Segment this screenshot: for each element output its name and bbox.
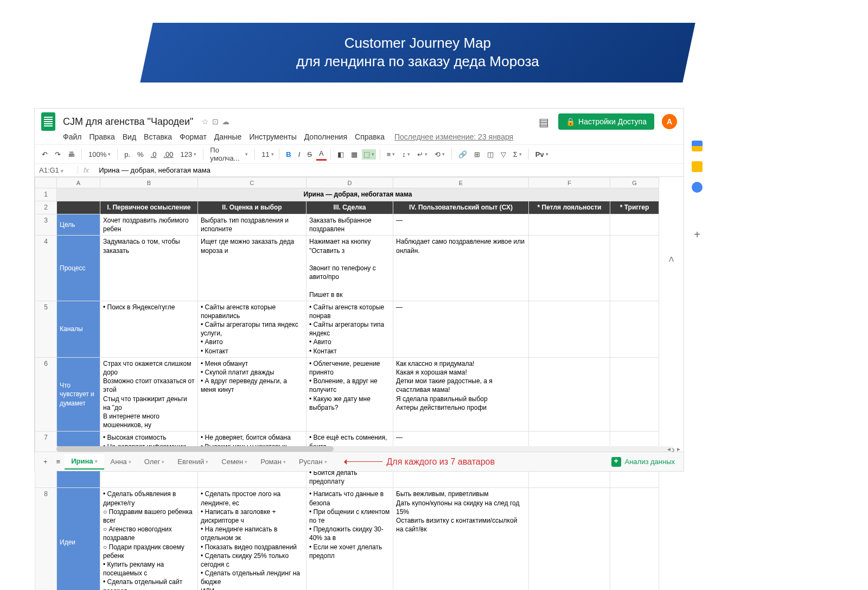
all-sheets-button[interactable]: ≡: [52, 455, 65, 468]
row-label[interactable]: Идеи: [57, 488, 100, 590]
sheet-tab-Евгений[interactable]: Евгений: [171, 454, 215, 470]
cell[interactable]: • Поиск в Яндексе/гугле: [100, 301, 198, 357]
cell[interactable]: Заказать выбранное поздравлен: [307, 214, 393, 236]
menu-format[interactable]: Формат: [180, 132, 207, 141]
zoom-select[interactable]: 100%: [86, 149, 113, 160]
cell[interactable]: • Написать что данные в безопа • При общ…: [307, 488, 393, 590]
cell[interactable]: [529, 301, 610, 357]
chart-icon[interactable]: ◫: [484, 149, 496, 160]
cell[interactable]: • Меня обманут • Скупой платит дважды • …: [198, 357, 307, 432]
collapse-toolbar-icon[interactable]: ᐱ: [669, 255, 674, 263]
valign-icon[interactable]: ↕: [399, 149, 413, 160]
undo-icon[interactable]: ↶: [39, 149, 50, 160]
cell[interactable]: Хочет поздравить любимого ребен: [100, 214, 198, 236]
last-edit-link[interactable]: Последнее изменение: 23 января: [394, 132, 513, 141]
sheet-tab-Олег[interactable]: Олег: [138, 454, 171, 470]
comments-icon[interactable]: ▤: [539, 116, 551, 128]
cell[interactable]: • Сайты агенств которые понравились • Са…: [198, 301, 307, 357]
strike-button[interactable]: S: [304, 149, 315, 160]
formula-input[interactable]: Ирина — добрая, небогатая мама: [94, 166, 684, 174]
merge-icon[interactable]: ⬚: [362, 149, 376, 160]
fill-color-icon[interactable]: ◧: [335, 149, 347, 160]
row-label[interactable]: Процесс: [57, 236, 100, 301]
sheet-tab-Роман[interactable]: Роман: [254, 454, 292, 470]
link-icon[interactable]: 🔗: [456, 149, 470, 160]
cell[interactable]: • Сайты агенств которые понрав • Сайты а…: [307, 301, 393, 357]
print-icon[interactable]: 🖶: [65, 149, 78, 160]
functions-icon[interactable]: Σ: [510, 149, 525, 160]
cell[interactable]: —: [393, 301, 529, 357]
wrap-icon[interactable]: ↵: [414, 149, 430, 160]
sheet-tab-Ирина[interactable]: Ирина: [65, 454, 104, 470]
decrease-decimal-button[interactable]: .0: [148, 149, 159, 160]
cell[interactable]: Нажимает на кнопку "Оставить з Звонит по…: [307, 236, 393, 301]
horizontal-scrollbar[interactable]: [56, 446, 673, 452]
persona-title[interactable]: Ирина — добрая, небогатая мама: [57, 188, 659, 201]
text-color-button[interactable]: A: [316, 148, 327, 161]
cell[interactable]: Выбрать тип поздравления и исполните: [198, 214, 307, 236]
sheet-tab-Анна[interactable]: Анна: [104, 454, 138, 470]
format-select[interactable]: 123: [178, 149, 200, 160]
menu-help[interactable]: Справка: [355, 132, 385, 141]
currency-button[interactable]: р.: [122, 149, 133, 160]
cloud-icon[interactable]: ☁: [222, 117, 229, 126]
cell[interactable]: [610, 214, 659, 236]
explore-button[interactable]: Pv: [533, 149, 551, 160]
menu-view[interactable]: Вид: [123, 132, 136, 141]
font-size-select[interactable]: 11: [259, 149, 275, 160]
share-button[interactable]: 🔒 Настройки Доступа: [558, 113, 654, 130]
menu-edit[interactable]: Правка: [89, 132, 114, 141]
calendar-icon[interactable]: [692, 141, 703, 151]
cell[interactable]: [610, 357, 659, 432]
column-headers[interactable]: ABCDEFG: [35, 177, 659, 188]
avatar[interactable]: A: [662, 114, 677, 129]
borders-icon[interactable]: ▦: [348, 149, 360, 160]
cell[interactable]: • Сделать простое лого на лендинге, ес •…: [198, 488, 307, 590]
cell[interactable]: Как классно я придумала! Какая я хорошая…: [393, 357, 529, 432]
star-icon[interactable]: ☆: [202, 117, 209, 126]
menu-addons[interactable]: Дополнения: [304, 132, 347, 141]
sheets-logo-icon[interactable]: [41, 112, 55, 131]
cell[interactable]: Быть вежливым, приветливым Дать купон/ку…: [393, 488, 529, 590]
bold-button[interactable]: B: [283, 149, 293, 160]
cell[interactable]: [610, 301, 659, 357]
row-label[interactable]: Что чувствует и думамет: [57, 357, 100, 432]
tabs-nav-right-icon[interactable]: ›: [672, 444, 684, 456]
menu-file[interactable]: Файл: [63, 132, 81, 141]
rotate-icon[interactable]: ⟲: [432, 149, 448, 160]
comment-icon[interactable]: ⊞: [471, 149, 483, 160]
menu-tools[interactable]: Инструменты: [249, 132, 296, 141]
cell[interactable]: Наблюдает само поздравление живое или он…: [393, 236, 529, 301]
cell[interactable]: [529, 236, 610, 301]
document-title[interactable]: CJM для агенства "Чародеи": [63, 116, 193, 128]
font-select[interactable]: По умолча...: [207, 144, 251, 164]
add-addon-icon[interactable]: +: [694, 229, 700, 241]
cell[interactable]: • Сделать объявления в директе/гу ○ Позд…: [100, 488, 198, 590]
name-box[interactable]: A1:G1: [35, 166, 78, 174]
cell[interactable]: [610, 236, 659, 301]
row-label[interactable]: Каналы: [57, 301, 100, 357]
sheet-tab-Семен[interactable]: Семен: [215, 454, 254, 470]
row-label[interactable]: Цель: [57, 214, 100, 236]
add-sheet-button[interactable]: +: [39, 455, 52, 468]
italic-button[interactable]: I: [296, 149, 303, 160]
spreadsheet-grid[interactable]: ABCDEFG 1 Ирина — добрая, небогатая мама…: [35, 177, 684, 590]
halign-icon[interactable]: ≡: [384, 149, 398, 160]
menu-insert[interactable]: Вставка: [144, 132, 172, 141]
cell[interactable]: Задумалась о том, чтобы заказать: [100, 236, 198, 301]
cell[interactable]: [529, 357, 610, 432]
tasks-icon[interactable]: [692, 182, 703, 193]
keep-icon[interactable]: [692, 161, 703, 172]
explore-button[interactable]: Анализ данных: [611, 457, 679, 467]
redo-icon[interactable]: ↷: [52, 149, 63, 160]
percent-button[interactable]: %: [135, 149, 146, 160]
cell[interactable]: —: [393, 214, 529, 236]
cell[interactable]: [529, 488, 610, 590]
filter-icon[interactable]: ▽: [498, 149, 509, 160]
cell[interactable]: [529, 214, 610, 236]
menu-data[interactable]: Данные: [214, 132, 242, 141]
cell[interactable]: • Облегчение, решение принято • Волнение…: [307, 357, 393, 432]
increase-decimal-button[interactable]: .00: [161, 149, 176, 160]
sheet-tab-Руслан[interactable]: Руслан: [292, 454, 334, 470]
move-icon[interactable]: ⊡: [212, 117, 219, 126]
